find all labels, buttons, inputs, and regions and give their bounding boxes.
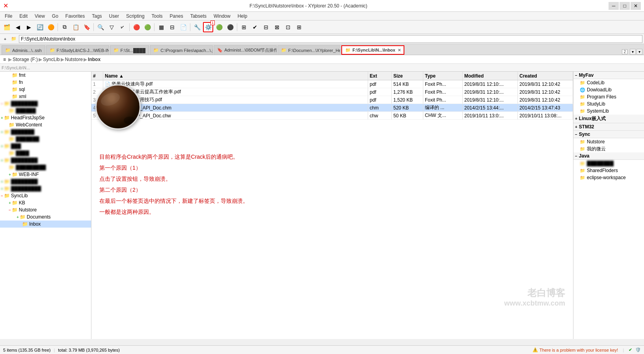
col-header-ext[interactable]: Ext: [368, 72, 392, 80]
close-button[interactable]: ✕: [631, 2, 641, 10]
bc-nutstore[interactable]: Nutstore: [65, 57, 83, 62]
tb-column2[interactable]: ⊠: [272, 22, 282, 32]
menu-window[interactable]: Window: [210, 13, 234, 20]
file-row-3[interactable]: 3 📄 坚果云高级使用技巧.pdf pdf 1,520 KB Foxit Ph.…: [91, 96, 573, 104]
fav-section-stm32[interactable]: + STM32: [573, 123, 644, 131]
tb-filter[interactable]: ▽: [106, 22, 117, 32]
fav-studylib[interactable]: 📁 StudyLib: [573, 100, 644, 107]
tree-xml[interactable]: 📁 xml: [0, 93, 91, 100]
tab-dropdown-btn[interactable]: ▾: [630, 49, 636, 55]
tab-5[interactable]: 📁 F:\Documen...\XYplorer_Help: [277, 45, 341, 55]
menu-scripting[interactable]: Scripting: [123, 13, 148, 20]
tb-preview[interactable]: 📄: [178, 22, 188, 32]
tree-headfirst[interactable]: + 📁 HeadFirstJspSe: [0, 114, 91, 121]
tb-refresh[interactable]: 🔄: [35, 22, 45, 32]
address-input[interactable]: [19, 35, 642, 43]
tb-paste[interactable]: 📋: [71, 22, 81, 32]
tb-column1[interactable]: ⊟: [261, 22, 271, 32]
menu-tags[interactable]: Tags: [89, 13, 105, 20]
tree-blurred6[interactable]: 📁 ████: [0, 150, 91, 157]
fav-section-java[interactable]: − Java: [573, 152, 644, 160]
tree-fn[interactable]: 📁 fn: [0, 79, 91, 86]
fav-dowloadlib[interactable]: 🌐 DowloadLib: [573, 86, 644, 93]
col-header-modified[interactable]: Modified: [463, 72, 518, 80]
tb-new-folder[interactable]: 🗂️: [2, 22, 12, 32]
col-header-type[interactable]: Type: [423, 72, 463, 80]
file-row-2[interactable]: 2 📄 如何使用坚果云提高工作效率.pdf pdf 1,276 KB Foxit…: [91, 88, 573, 96]
fav-programfiles[interactable]: 📁 Program Files: [573, 93, 644, 100]
col-header-size[interactable]: Size: [392, 72, 423, 80]
col-header-num[interactable]: #: [91, 72, 103, 80]
tree-nutstore[interactable]: − 📁 Nutstore: [0, 206, 91, 213]
menu-view[interactable]: View: [32, 13, 48, 20]
fav-codelib[interactable]: 📁 CodeLib: [573, 79, 644, 86]
tb-column3[interactable]: ⊡: [283, 22, 293, 32]
bc-inbox[interactable]: Inbox: [88, 57, 101, 62]
menu-favorites[interactable]: Favorites: [62, 13, 88, 20]
tree-blurred5[interactable]: + 📁 ███: [0, 143, 91, 150]
tb-search[interactable]: 🔍: [95, 22, 106, 32]
tree-fmt[interactable]: 📁 fmt: [0, 72, 91, 79]
file-row-1[interactable]: 1 📄 坚果云快速向导.pdf pdf 514 KB Foxit Ph... 2…: [91, 80, 573, 88]
bc-synclib[interactable]: SyncLib: [43, 57, 60, 62]
bc-menu-btn[interactable]: ≡: [3, 57, 6, 62]
bc-storage[interactable]: Storage (F:): [13, 57, 38, 62]
menu-tools[interactable]: Tools: [149, 13, 166, 20]
tb-stop[interactable]: 🟠: [46, 22, 56, 32]
menu-edit[interactable]: Edit: [16, 13, 31, 20]
tree-blurred3[interactable]: + 📁 ███████: [0, 128, 91, 135]
fav-section-linux[interactable]: + Linux嵌入式: [573, 115, 644, 123]
tb-forward[interactable]: ▶: [24, 22, 34, 32]
tb-check[interactable]: ✔: [250, 22, 260, 32]
addr-nav-btn[interactable]: +: [2, 35, 9, 43]
tb-circle[interactable]: 🟢: [214, 22, 224, 32]
tab-add-btn[interactable]: ▾: [637, 49, 642, 55]
tb-color[interactable]: 🔴: [131, 22, 141, 32]
tb-layout[interactable]: ▦: [156, 22, 166, 32]
tab-0[interactable]: 📁 Adminis...\..ssh: [2, 45, 45, 55]
tree-blurred1[interactable]: − 📁 ████████: [0, 100, 91, 107]
fav-java-blurred[interactable]: 📁 ████████: [573, 160, 644, 167]
fav-eclipse[interactable]: 📁 eclipse-workspace: [573, 174, 644, 181]
fav-section-sync[interactable]: − Sync: [573, 131, 644, 138]
fav-sharedfloders[interactable]: 📁 SharedFloders: [573, 167, 644, 174]
menu-help[interactable]: Help: [235, 13, 251, 20]
tab-2[interactable]: 📁 F:\St...████: [110, 45, 149, 55]
menu-user[interactable]: User: [106, 13, 122, 20]
tree-blurred9[interactable]: + 📁 ████████: [0, 178, 91, 185]
tree-webinf[interactable]: + 📁 WEB-INF: [0, 171, 91, 178]
col-header-name[interactable]: Name ▲: [103, 72, 368, 80]
tree-blurred10[interactable]: + 📁 █████████: [0, 185, 91, 192]
tree-blurred8[interactable]: 📁 █████████: [0, 164, 91, 171]
tb-column4[interactable]: ⊞: [294, 22, 304, 32]
tree-inbox[interactable]: 📁 Inbox: [0, 221, 91, 228]
tb-filter2[interactable]: 🗸: [117, 22, 128, 32]
tb-copy[interactable]: ⧉: [60, 22, 70, 32]
file-row-4[interactable]: 4 📑 Servlets_JSP_API_Doc.chm chm 520 KB …: [91, 104, 573, 112]
tree-kb[interactable]: + 📁 KB: [0, 199, 91, 206]
menu-go[interactable]: Go: [49, 13, 61, 20]
tree-blurred7[interactable]: + 📁 ████████: [0, 157, 91, 164]
fav-section-myfav[interactable]: − MyFav: [573, 72, 644, 79]
menu-tabsets[interactable]: Tabsets: [187, 13, 210, 20]
tree-synclib[interactable]: − 📁 SyncLib: [0, 192, 91, 199]
menu-panes[interactable]: Panes: [167, 13, 186, 20]
menu-file[interactable]: File: [2, 13, 15, 20]
tab-3[interactable]: 📁 C:\Program Files\apach...\.jsp: [150, 45, 213, 55]
fav-nutstore[interactable]: 📁 Nutstore: [573, 138, 644, 145]
tb-dark-circle[interactable]: ⚫: [225, 22, 235, 32]
fav-systemlib[interactable]: 📁 SystemLib: [573, 107, 644, 115]
tb-color2[interactable]: 🟢: [142, 22, 153, 32]
maximize-button[interactable]: □: [620, 2, 630, 10]
tab-4[interactable]: 🔖 Administ...\08DOM节点操作: [214, 45, 277, 55]
col-header-created[interactable]: Created: [518, 72, 573, 80]
tree-sql[interactable]: 📁 sql: [0, 86, 91, 93]
tree-webcontent[interactable]: 📁 WebContent: [0, 121, 91, 128]
tb-grid[interactable]: ⊞: [239, 22, 249, 32]
tb-settings-highlighted[interactable]: ⚙️ 1: [203, 22, 213, 32]
tab-1[interactable]: 📁 F:\StudyLib\CS-J...\WEB-INF: [46, 45, 109, 55]
tree-blurred2[interactable]: 📁 ██████: [0, 107, 91, 114]
tb-bookmark[interactable]: 🔖: [82, 22, 92, 32]
tb-layout2[interactable]: ⊟: [167, 22, 177, 32]
tree-documents[interactable]: + 📁 Documents: [0, 213, 91, 221]
